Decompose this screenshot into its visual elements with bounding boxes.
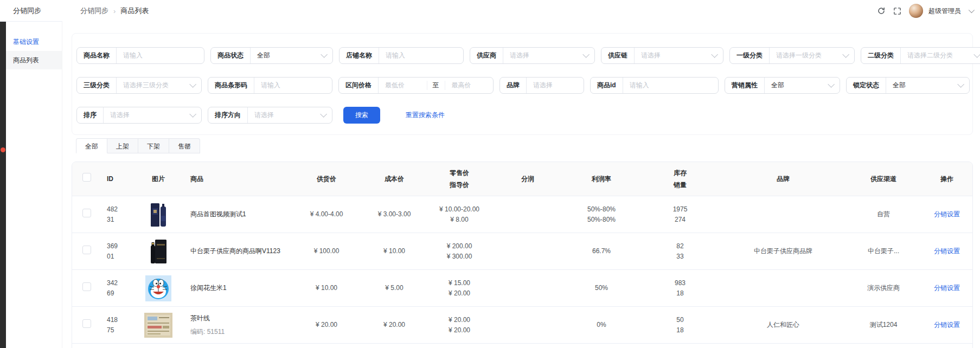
filter-box-r0c5[interactable]: 一级分类请选择一级分类	[729, 47, 855, 64]
tab-sold-out[interactable]: 售罄	[169, 138, 200, 153]
col-header-image: 图片	[134, 173, 183, 185]
distribution-settings-link[interactable]: 分销设置	[934, 247, 960, 255]
cell-product: 中台栗子供应商的商品啊V1123	[183, 246, 291, 256]
col-header-product: 商品	[183, 173, 291, 185]
chevron-down-icon	[828, 81, 835, 88]
filter-box-r1c4[interactable]: 商品id请输入	[590, 77, 719, 94]
filter-select-value[interactable]: 请选择三级分类	[117, 81, 189, 90]
filter-select-value[interactable]: 全部	[765, 81, 828, 90]
filter-select-value[interactable]: 请选择	[527, 81, 584, 90]
filter-box-r0c2[interactable]: 店铺名称请输入	[339, 47, 464, 64]
cell-stock: 5018	[639, 315, 721, 336]
tab-on-shelf[interactable]: 上架	[107, 138, 138, 153]
filter-select-value[interactable]: 全部	[886, 81, 957, 90]
cell-action: 分销设置	[921, 283, 972, 293]
filter-box-r0c6[interactable]: 二级分类请选择二级分类	[861, 47, 980, 64]
cell-supply-price: ¥ 20.00	[291, 320, 362, 330]
filter-select-value[interactable]: 请选择	[248, 111, 320, 120]
sidebar-item-0[interactable]: 基础设置	[6, 33, 62, 51]
user-name[interactable]: 超级管理员	[928, 7, 961, 16]
cell-profit-rate: 0%	[563, 320, 639, 330]
fullscreen-icon[interactable]	[893, 7, 901, 15]
filter-input[interactable]: 请输入	[117, 51, 204, 60]
chevron-down-icon	[711, 51, 718, 58]
filter-box-r1c0[interactable]: 三级分类请选择三级分类	[76, 77, 202, 94]
filter-box-r1c1[interactable]: 商品条形码请输入	[208, 77, 332, 94]
cell-supply-channel: 中台栗子...	[846, 246, 921, 256]
cell-profit-rate: 66.7%	[563, 246, 639, 256]
distribution-settings-link[interactable]: 分销设置	[934, 321, 960, 328]
filter-label: 区间价格	[339, 81, 378, 90]
filter-label: 品牌	[500, 81, 526, 90]
reset-search-link[interactable]: 重置搜索条件	[406, 111, 445, 120]
filter-label: 一级分类	[730, 51, 769, 60]
filter-select-value[interactable]: 请选择一级分类	[770, 51, 842, 60]
breadcrumb-item-current: 商品列表	[120, 6, 149, 16]
filter-label: 排序方向	[208, 111, 247, 120]
sidebar-item-1[interactable]: 商品列表	[6, 51, 62, 69]
filter-box-r1c5[interactable]: 营销属性全部	[725, 77, 840, 94]
tab-all[interactable]: 全部	[76, 138, 107, 153]
filter-label: 营销属性	[725, 81, 764, 90]
filter-box-r0c0[interactable]: 商品名称请输入	[76, 47, 204, 64]
chevron-down-icon	[957, 81, 964, 88]
cell-image	[134, 313, 183, 338]
table-header: ID图片商品供货价成本价零售价指导价分润利润率库存销量品牌供应渠道操作	[72, 162, 972, 196]
filter-box-r1c3[interactable]: 品牌请选择	[499, 77, 584, 94]
filter-box-r0c1[interactable]: 商品状态全部	[210, 47, 333, 64]
topbar-actions: 超级管理员	[877, 4, 980, 18]
table-row: 34269徐闻花生米1¥ 10.00¥ 5.00¥ 15.00¥ 20.0050…	[72, 270, 972, 307]
table-row	[72, 344, 972, 348]
filter-select-value[interactable]: 请选择	[104, 111, 189, 120]
max-price-input[interactable]: 最高价	[445, 81, 494, 90]
search-button[interactable]: 搜索	[343, 107, 380, 124]
table-row: 48231商品首图视频测试1¥ 4.00-4.00¥ 3.00-3.00¥ 10…	[72, 196, 972, 233]
filter-box-r1c6[interactable]: 锁定状态全部	[846, 77, 970, 94]
refresh-icon[interactable]	[877, 7, 886, 15]
breadcrumb-item-root[interactable]: 分销同步	[80, 6, 108, 16]
cell-stock: 8233	[639, 241, 721, 262]
filter-label: 商品状态	[211, 51, 250, 60]
cell-id: 41875	[101, 315, 134, 336]
col-header-profit-rate: 利润率	[563, 173, 639, 185]
filter-label: 商品id	[591, 81, 623, 90]
distribution-settings-link[interactable]: 分销设置	[934, 284, 960, 292]
filter-input[interactable]: 请输入	[379, 51, 463, 60]
filter-box-r0c4[interactable]: 供应链请选择	[601, 47, 723, 64]
chevron-down-icon	[582, 51, 590, 58]
cell-retail-price: ¥ 10.00-20.00¥ 8.00	[427, 204, 492, 225]
collapsed-nav-rail[interactable]	[0, 22, 6, 348]
cell-action: 分销设置	[921, 320, 972, 330]
filter-select-value[interactable]: 请选择	[503, 51, 582, 60]
chevron-down-icon[interactable]	[969, 7, 975, 13]
distribution-settings-link[interactable]: 分销设置	[934, 210, 960, 218]
filter-box-r1c2[interactable]: 区间价格最低价至最高价	[338, 77, 494, 94]
cell-retail-price: ¥ 200.00¥ 300.00	[427, 241, 492, 262]
chevron-down-icon	[973, 51, 980, 58]
product-table: ID图片商品供货价成本价零售价指导价分润利润率库存销量品牌供应渠道操作 4823…	[72, 162, 973, 348]
row-checkbox[interactable]	[82, 319, 91, 328]
filter-box-r2c1[interactable]: 排序方向请选择	[208, 107, 332, 124]
row-checkbox[interactable]	[82, 209, 91, 217]
filter-select-value[interactable]: 请选择	[635, 51, 711, 60]
filter-box-r0c3[interactable]: 供应商请选择	[470, 47, 595, 64]
avatar[interactable]	[909, 4, 923, 18]
row-checkbox[interactable]	[82, 246, 91, 254]
cell-product: 茶叶线编码: 51511	[183, 313, 291, 337]
filter-box-r2c0[interactable]: 排序请选择	[76, 107, 202, 124]
min-price-input[interactable]: 最低价	[379, 81, 427, 90]
cell-image	[134, 201, 183, 229]
chevron-down-icon	[189, 81, 196, 88]
filter-select-value[interactable]: 请选择二级分类	[901, 51, 973, 60]
cell-supply-price: ¥ 100.00	[291, 246, 362, 256]
filter-input[interactable]: 请输入	[254, 81, 332, 90]
tab-off-shelf[interactable]: 下架	[138, 138, 169, 153]
col-header-cost-price: 成本价	[362, 173, 427, 185]
row-checkbox[interactable]	[82, 282, 91, 291]
filter-select-value[interactable]: 全部	[251, 51, 321, 60]
cell-image	[134, 237, 183, 266]
cell-product: 商品首图视频测试1	[183, 209, 291, 220]
filter-input[interactable]: 请输入	[623, 81, 718, 90]
cell-id: 36901	[101, 241, 134, 262]
select-all-checkbox[interactable]	[82, 173, 91, 182]
